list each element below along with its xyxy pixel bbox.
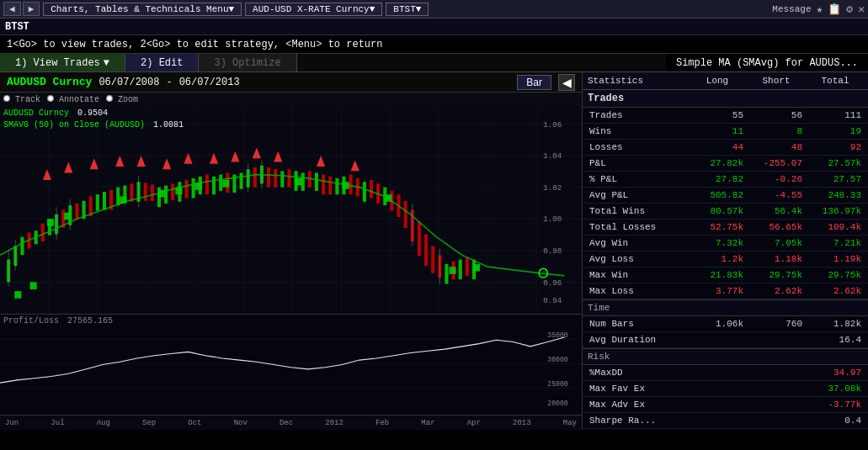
stat-long-total-wins: 80.57k (688, 204, 747, 218)
chart-scroll-left[interactable]: ◀ (558, 74, 575, 91)
x-label-feb: Feb (375, 419, 389, 427)
stat-label-avg-win: Avg Win (586, 236, 688, 250)
strategy-info: Simple MA (SMAvg) for AUDUS... (666, 54, 868, 71)
strategy-dropdown[interactable]: BTST▼ (386, 3, 429, 16)
stat-total-sharpe: 0.4 (806, 414, 865, 427)
stat-short-max-fav (747, 382, 806, 395)
stat-label-avg-pnl: Avg P&L (586, 188, 688, 202)
stat-long-avg-pnl: 505.82 (688, 188, 747, 202)
stat-label-avg-loss: Avg Loss (586, 252, 688, 266)
svg-rect-65 (335, 178, 338, 194)
stat-long-max-loss: 3.77k (688, 284, 747, 298)
stat-short-total-losses: 56.65k (747, 220, 806, 234)
chart-symbol: AUDUSD Curncy (7, 76, 92, 88)
stat-short-avg-dur (747, 333, 806, 347)
pl-value: 27565.165 (67, 316, 113, 326)
stat-total-max-fav: 37.08k (806, 382, 865, 395)
x-label-2012: 2012 (325, 419, 343, 427)
svg-rect-22 (41, 224, 45, 241)
table-row: Total Losses 52.75k 56.65k 109.4k (583, 220, 868, 236)
zoom-radio[interactable] (106, 95, 113, 102)
x-label-apr: Apr (467, 419, 481, 427)
x-label-2013: 2013 (513, 419, 531, 427)
svg-text:0.96: 0.96 (543, 278, 562, 287)
svg-rect-38 (151, 184, 154, 200)
chart-area: AUDUSD Curncy 06/07/2008 - 06/07/2013 Ba… (0, 72, 582, 430)
annotate-label: Annotate (59, 95, 99, 104)
close-icon[interactable]: ✕ (858, 3, 865, 16)
chart-type-button[interactable]: Bar (517, 75, 551, 90)
annotate-control[interactable]: Annotate (47, 95, 99, 104)
stat-long-wins: 11 (688, 124, 747, 138)
svg-marker-102 (210, 153, 218, 164)
table-row: Avg Duration 16.4 (583, 332, 868, 348)
svg-marker-95 (43, 169, 51, 180)
table-row: Losses 44 48 92 (583, 140, 868, 156)
svg-rect-113 (158, 190, 165, 198)
stat-total-avg-loss: 1.19k (806, 252, 865, 266)
track-control[interactable]: Track (3, 95, 40, 104)
table-row: Max Fav Ex 37.08k (583, 381, 868, 397)
stat-label-max-win: Max Win (586, 268, 688, 282)
svg-rect-56 (274, 169, 277, 187)
edit-menu[interactable]: 2) Edit (125, 54, 199, 71)
svg-rect-48 (219, 175, 222, 191)
stat-total-avg-win: 7.21k (806, 236, 865, 250)
svg-text:0.98: 0.98 (543, 246, 562, 256)
clipboard-icon[interactable]: 📋 (828, 3, 841, 16)
svg-marker-105 (274, 151, 282, 162)
table-row: Trades 55 56 111 (583, 108, 868, 124)
stat-total-avg-dur: 16.4 (806, 333, 865, 347)
sub-chart-label: Profit/Loss 27565.165 (3, 316, 113, 326)
sub-chart-area: 35000 30000 25000 20000 Profit/Loss 2756… (0, 314, 582, 415)
nav-fwd-button[interactable]: ▶ (23, 2, 40, 16)
gear-icon[interactable]: ⚙ (846, 3, 853, 16)
charts-menu-dropdown[interactable]: Charts, Tables & Technicals Menu▼ (43, 3, 242, 16)
title-bar: BTST (0, 19, 868, 35)
x-label-sep: Sep (142, 419, 156, 427)
svg-rect-110 (47, 219, 54, 226)
legend-ma: SMAVG (50) on Close (AUDUSD) (3, 120, 145, 130)
x-label-aug: Aug (97, 419, 110, 427)
track-radio[interactable] (3, 95, 10, 102)
top-bar: ◀ ▶ Charts, Tables & Technicals Menu▼ AU… (0, 0, 868, 19)
svg-marker-100 (162, 158, 171, 169)
svg-rect-108 (14, 291, 21, 299)
svg-marker-104 (253, 147, 261, 158)
svg-rect-30 (96, 194, 99, 210)
instruction-text: 1<Go> to view trades, 2<Go> to edit stra… (7, 39, 382, 50)
stat-long-losses: 44 (688, 140, 747, 154)
symbol-dropdown[interactable]: AUD-USD X-RATE Curncy▼ (245, 3, 382, 16)
zoom-label: Zoom (118, 95, 138, 104)
stat-label-pnl: P&L (586, 156, 688, 170)
risk-section-title: Risk (583, 348, 868, 365)
table-row: % P&L 27.82 -0.26 27.57 (583, 172, 868, 188)
legend-line2: SMAVG (50) on Close (AUDUSD) 1.0081 (3, 119, 184, 131)
star-icon[interactable]: ★ (817, 3, 823, 16)
x-label-jun: Jun (5, 419, 19, 427)
x-axis: Jun Jul Aug Sep Oct Nov Dec 2012 Feb Mar… (0, 415, 582, 430)
nav-back-button[interactable]: ◀ (3, 2, 21, 16)
legend-val2: 1.0081 (153, 120, 184, 130)
stat-label-pct-pnl: % P&L (586, 172, 688, 186)
stat-short-num-bars: 760 (747, 317, 806, 331)
stats-col-short: Short (747, 74, 806, 87)
x-label-dec: Dec (280, 419, 293, 427)
stat-short-max-win: 29.75k (747, 268, 806, 282)
stats-panel: Statistics Long Short Total Trades Trade… (582, 72, 868, 430)
svg-rect-44 (192, 178, 195, 199)
optimize-menu[interactable]: 3) Optimize (199, 54, 296, 71)
legend-val1: 0.9504 (77, 109, 108, 118)
stat-short-maxdd (747, 366, 806, 379)
svg-rect-114 (175, 188, 182, 195)
svg-rect-62 (315, 172, 318, 190)
zoom-control[interactable]: Zoom (106, 95, 138, 104)
svg-rect-69 (363, 182, 366, 202)
edit-label: 2) Edit (141, 57, 183, 69)
annotate-radio[interactable] (47, 95, 54, 102)
view-trades-menu[interactable]: 1) View Trades ▼ (0, 54, 125, 71)
stat-short-trades: 56 (747, 109, 806, 122)
svg-marker-96 (64, 162, 72, 173)
svg-rect-79 (431, 246, 434, 273)
pl-chart-svg: 35000 30000 25000 20000 (0, 315, 582, 415)
